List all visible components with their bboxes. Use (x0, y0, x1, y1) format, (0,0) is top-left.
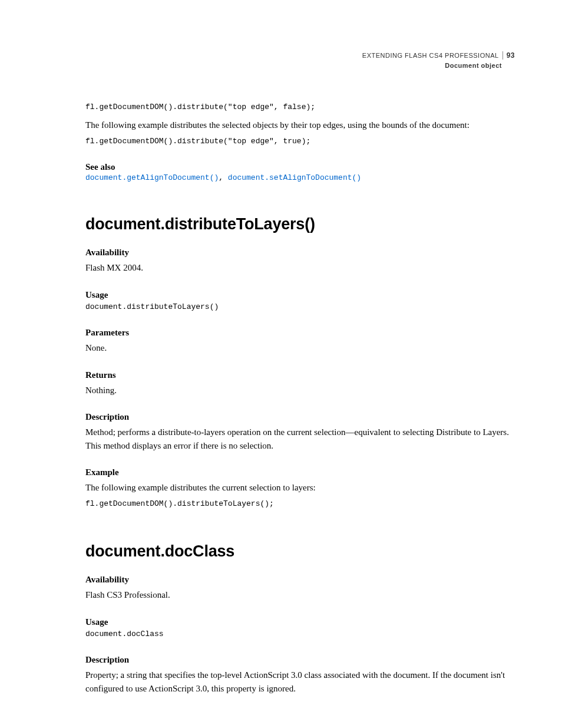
usage-code: document.docClass (85, 628, 515, 640)
description-heading: Description (85, 655, 515, 665)
availability-heading: Availability (85, 575, 515, 585)
page-header: EXTENDING FLASH CS4 PROFESSIONAL 93 Docu… (85, 50, 515, 71)
description-text: Property; a string that specifies the to… (85, 668, 515, 695)
availability-heading: Availability (85, 248, 515, 258)
usage-heading: Usage (85, 617, 515, 627)
api-heading-distribute-to-layers: document.distributeToLayers() (85, 215, 515, 233)
availability-text: Flash CS3 Professional. (85, 588, 515, 602)
example-code: fl.getDocumentDOM().distributeToLayers()… (85, 498, 515, 510)
link-separator: , (219, 173, 228, 182)
header-divider (503, 51, 503, 60)
see-also-links: document.getAlignToDocument(), document.… (85, 173, 515, 182)
link-get-align[interactable]: document.getAlignToDocument() (85, 173, 219, 182)
header-title: EXTENDING FLASH CS4 PROFESSIONAL (362, 51, 499, 61)
header-top-row: EXTENDING FLASH CS4 PROFESSIONAL 93 (85, 50, 515, 61)
usage-heading: Usage (85, 290, 515, 300)
returns-heading: Returns (85, 370, 515, 380)
api-heading-doc-class: document.docClass (85, 542, 515, 561)
code-block: fl.getDocumentDOM().distribute("top edge… (85, 136, 515, 147)
see-also-heading: See also (85, 162, 515, 172)
description-heading: Description (85, 412, 515, 422)
description-text: Method; performs a distribute-to-layers … (85, 426, 515, 452)
header-subtitle: Document object (85, 61, 515, 71)
usage-code: document.distributeToLayers() (85, 301, 515, 313)
example-heading: Example (85, 467, 515, 477)
returns-text: Nothing. (85, 384, 515, 397)
parameters-heading: Parameters (85, 328, 515, 338)
document-page: EXTENDING FLASH CS4 PROFESSIONAL 93 Docu… (0, 0, 562, 728)
body-paragraph: The following example distributes the se… (85, 118, 515, 132)
link-set-align[interactable]: document.setAlignToDocument() (228, 173, 361, 182)
code-block: fl.getDocumentDOM().distribute("top edge… (85, 101, 515, 113)
example-text: The following example distributes the cu… (85, 481, 515, 495)
parameters-text: None. (85, 341, 515, 355)
availability-text: Flash MX 2004. (85, 261, 515, 275)
page-number: 93 (507, 50, 515, 61)
